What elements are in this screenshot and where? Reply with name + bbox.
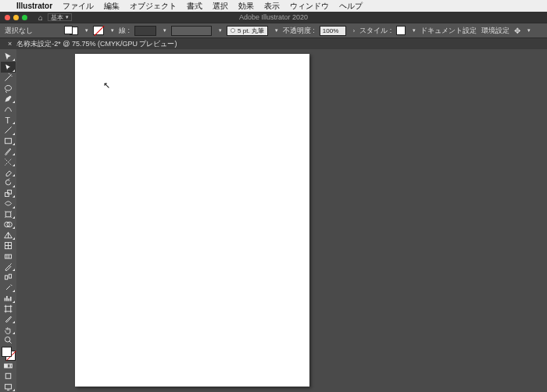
selection-tool[interactable] (1, 52, 16, 62)
pen-tool[interactable] (1, 94, 16, 104)
svg-rect-3 (8, 190, 12, 194)
direct-selection-tool[interactable] (1, 62, 16, 72)
svg-text:T: T (5, 115, 10, 124)
document-tab-label: 名称未設定-2* @ 75.75% (CMYK/GPU プレビュー) (16, 39, 177, 49)
svg-rect-15 (11, 364, 13, 368)
screen-mode-toggle[interactable] (1, 382, 16, 392)
line-tool[interactable] (1, 125, 16, 135)
artboard-tool[interactable] (1, 304, 16, 314)
brush-tip-icon (231, 28, 235, 33)
type-tool[interactable]: T (1, 115, 16, 125)
chevron-down-icon[interactable]: ▾ (527, 27, 531, 34)
chevron-down-icon[interactable]: ▾ (219, 27, 222, 34)
chevron-down-icon[interactable]: ▾ (163, 27, 166, 34)
variable-width-profile[interactable] (171, 26, 212, 36)
window-title: Adobe Illustrator 2020 (239, 13, 308, 21)
tool-panel: T (0, 49, 16, 392)
svg-rect-4 (5, 212, 11, 217)
control-bar: 選択なし ▾ ▾ 線 : ▾ ▾ 5 pt. 丸筆 ▾ 不透明度 : 100% … (0, 23, 547, 38)
rotate-tool[interactable] (1, 177, 16, 187)
chevron-down-icon[interactable]: ▾ (111, 27, 114, 34)
menu-effect[interactable]: 効果 (238, 1, 254, 12)
blend-tool[interactable] (1, 272, 16, 282)
chevron-down-icon[interactable]: ▾ (85, 27, 88, 34)
mesh-tool[interactable] (1, 241, 16, 251)
svg-rect-1 (5, 138, 11, 144)
selection-status: 選択なし (5, 26, 33, 36)
chevron-down-icon[interactable]: ▾ (413, 27, 416, 34)
paintbrush-tool[interactable] (1, 146, 16, 156)
svg-rect-11 (5, 306, 11, 312)
brush-definition-label: 5 pt. 丸筆 (238, 27, 264, 35)
close-tab-icon[interactable]: × (8, 40, 12, 48)
artboard[interactable]: ↖ (75, 54, 309, 387)
svg-rect-13 (5, 364, 7, 368)
minimize-icon[interactable] (13, 15, 19, 20)
preferences-button[interactable]: 環境設定 (481, 26, 509, 36)
svg-rect-2 (5, 193, 9, 197)
svg-rect-9 (5, 276, 7, 280)
color-mode-toggle[interactable] (1, 361, 16, 371)
column-graph-tool[interactable] (1, 293, 16, 303)
hand-tool[interactable] (1, 324, 16, 334)
window-titlebar: ⌂ 基本▾ Adobe Illustrator 2020 (0, 12, 547, 23)
stroke-weight-label: 線 : (119, 26, 130, 36)
menu-edit[interactable]: 編集 (104, 1, 120, 12)
macos-menubar: Illustrator ファイル 編集 オブジェクト 書式 選択 効果 表示 ウ… (0, 0, 547, 12)
svg-rect-17 (5, 384, 11, 389)
svg-rect-8 (5, 255, 11, 258)
workspace-label: 基本 (51, 13, 63, 22)
maximize-icon[interactable] (22, 15, 27, 20)
menu-object[interactable]: オブジェクト (130, 1, 177, 12)
chevron-down-icon[interactable]: ▾ (275, 27, 278, 34)
stroke-none-swatch[interactable] (93, 26, 104, 35)
svg-rect-10 (9, 275, 11, 279)
curvature-tool[interactable] (1, 104, 16, 114)
menu-view[interactable]: 表示 (264, 1, 280, 12)
chevron-right-icon[interactable]: › (353, 28, 355, 34)
width-tool[interactable] (1, 198, 16, 208)
app-menu[interactable]: Illustrator (16, 2, 52, 10)
graphic-style-swatch[interactable] (396, 26, 406, 35)
fill-stroke-indicator[interactable] (2, 347, 16, 360)
lasso-tool[interactable] (1, 83, 16, 93)
gear-icon[interactable]: ✥ (514, 27, 520, 35)
opacity-label: 不透明度 : (283, 26, 315, 36)
traffic-lights (5, 15, 27, 20)
menu-select[interactable]: 選択 (213, 1, 228, 12)
menu-file[interactable]: ファイル (63, 1, 94, 12)
stroke-weight-input[interactable] (134, 26, 156, 36)
menu-window[interactable]: ウィンドウ (290, 1, 329, 12)
fill-stroke-swatch[interactable] (64, 26, 78, 35)
symbol-sprayer-tool[interactable] (1, 283, 16, 293)
cursor-icon: ↖ (103, 80, 110, 91)
rectangle-tool[interactable] (1, 136, 16, 146)
gradient-tool[interactable] (1, 251, 16, 261)
magic-wand-tool[interactable] (1, 73, 16, 83)
close-icon[interactable] (5, 15, 10, 20)
svg-rect-16 (5, 374, 11, 380)
document-tab[interactable]: × 名称未設定-2* @ 75.75% (CMYK/GPU プレビュー) (0, 38, 184, 49)
svg-point-12 (5, 337, 10, 342)
workspace: T ↖ (0, 49, 547, 392)
draw-mode-toggle[interactable] (1, 371, 16, 381)
style-label: スタイル : (359, 26, 391, 36)
svg-rect-14 (8, 364, 10, 368)
perspective-grid-tool[interactable] (1, 230, 16, 240)
eyedropper-tool[interactable] (1, 262, 16, 272)
brush-definition[interactable]: 5 pt. 丸筆 (227, 26, 268, 36)
document-setup-button[interactable]: ドキュメント設定 (420, 26, 477, 36)
eraser-tool[interactable] (1, 167, 16, 177)
workspace-switcher[interactable]: 基本▾ (48, 13, 72, 21)
shaper-tool[interactable] (1, 156, 16, 166)
menu-type[interactable]: 書式 (187, 1, 202, 12)
canvas-area[interactable]: ↖ (16, 49, 547, 392)
scale-tool[interactable] (1, 188, 16, 198)
slice-tool[interactable] (1, 314, 16, 324)
shape-builder-tool[interactable] (1, 219, 16, 230)
zoom-tool[interactable] (1, 335, 16, 345)
free-transform-tool[interactable] (1, 209, 16, 219)
home-icon[interactable]: ⌂ (38, 13, 43, 22)
menu-help[interactable]: ヘルプ (339, 1, 363, 12)
opacity-input[interactable]: 100% (320, 26, 346, 36)
